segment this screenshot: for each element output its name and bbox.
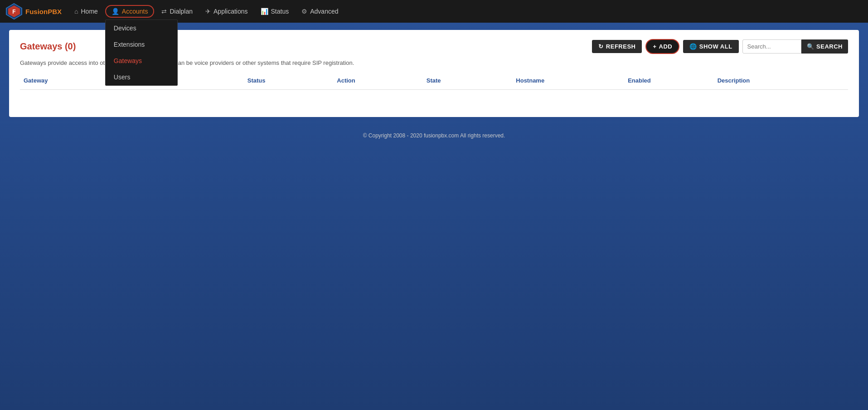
navbar: F FusionPBX ⌂ Home 👤 Accounts Devices Ex… bbox=[0, 0, 868, 23]
add-button[interactable]: + ADD bbox=[645, 39, 679, 54]
search-input[interactable] bbox=[742, 39, 801, 54]
nav-label-home: Home bbox=[81, 8, 97, 15]
col-hostname: Hostname bbox=[512, 75, 624, 86]
refresh-icon: ↻ bbox=[598, 43, 604, 50]
fusionpbx-logo: F bbox=[5, 3, 23, 20]
footer: © Copyright 2008 - 2020 fusionpbx.com Al… bbox=[0, 124, 868, 147]
nav-item-accounts[interactable]: 👤 Accounts bbox=[105, 5, 155, 18]
dialplan-icon: ⇄ bbox=[161, 8, 167, 15]
search-label: SEARCH bbox=[816, 43, 843, 50]
search-group: 🔍 SEARCH bbox=[742, 39, 848, 54]
nav-label-status: Status bbox=[271, 8, 289, 15]
refresh-label: REFRESH bbox=[606, 43, 636, 50]
dropdown-item-gateways[interactable]: Gateways bbox=[106, 53, 177, 69]
applications-icon: ✈ bbox=[205, 8, 211, 15]
search-button[interactable]: 🔍 SEARCH bbox=[801, 39, 848, 54]
refresh-button[interactable]: ↻ REFRESH bbox=[592, 40, 642, 53]
brand-logo-area[interactable]: F FusionPBX bbox=[5, 3, 62, 20]
col-description: Description bbox=[714, 75, 848, 86]
add-button-wrapper: + ADD bbox=[645, 39, 679, 54]
card-actions: ↻ REFRESH + ADD 🌐 SHOW ALL bbox=[592, 39, 848, 54]
nav-item-dialplan[interactable]: ⇄ Dialplan bbox=[156, 5, 198, 18]
brand-name: FusionPBX bbox=[25, 8, 62, 15]
accounts-icon: 👤 bbox=[112, 8, 119, 15]
status-icon: 📊 bbox=[261, 8, 268, 15]
nav-label-advanced: Advanced bbox=[310, 8, 338, 15]
nav-items: ⌂ Home 👤 Accounts Devices Extensions Gat… bbox=[69, 5, 863, 18]
col-enabled: Enabled bbox=[624, 75, 714, 86]
nav-label-dialplan: Dialplan bbox=[170, 8, 193, 15]
search-icon: 🔍 bbox=[807, 43, 815, 50]
table-body bbox=[20, 90, 848, 103]
home-icon: ⌂ bbox=[74, 8, 78, 15]
col-state: State bbox=[423, 75, 513, 86]
advanced-icon: ⚙ bbox=[301, 8, 307, 15]
svg-text:F: F bbox=[12, 9, 15, 15]
accounts-dropdown-menu: Devices Extensions Gateways Users bbox=[105, 20, 178, 86]
col-action: Action bbox=[333, 75, 423, 86]
col-status: Status bbox=[244, 75, 334, 86]
nav-item-advanced[interactable]: ⚙ Advanced bbox=[296, 5, 344, 18]
nav-item-applications[interactable]: ✈ Applications bbox=[200, 5, 253, 18]
dropdown-item-devices[interactable]: Devices bbox=[106, 20, 177, 36]
nav-label-applications: Applications bbox=[213, 8, 248, 15]
add-icon: + bbox=[653, 43, 656, 50]
nav-label-accounts: Accounts bbox=[122, 8, 148, 15]
add-label: ADD bbox=[659, 43, 673, 50]
dropdown-item-users[interactable]: Users bbox=[106, 69, 177, 85]
show-all-label: SHOW ALL bbox=[699, 43, 732, 50]
nav-item-status[interactable]: 📊 Status bbox=[255, 5, 295, 18]
page-title: Gateways (0) bbox=[20, 41, 76, 52]
copyright-text: © Copyright 2008 - 2020 fusionpbx.com Al… bbox=[363, 132, 505, 139]
globe-icon: 🌐 bbox=[689, 43, 697, 50]
accounts-dropdown-wrapper: 👤 Accounts Devices Extensions Gateways U… bbox=[105, 5, 155, 18]
show-all-button[interactable]: 🌐 SHOW ALL bbox=[683, 40, 738, 53]
dropdown-item-extensions[interactable]: Extensions bbox=[106, 36, 177, 53]
nav-item-home[interactable]: ⌂ Home bbox=[69, 5, 103, 18]
